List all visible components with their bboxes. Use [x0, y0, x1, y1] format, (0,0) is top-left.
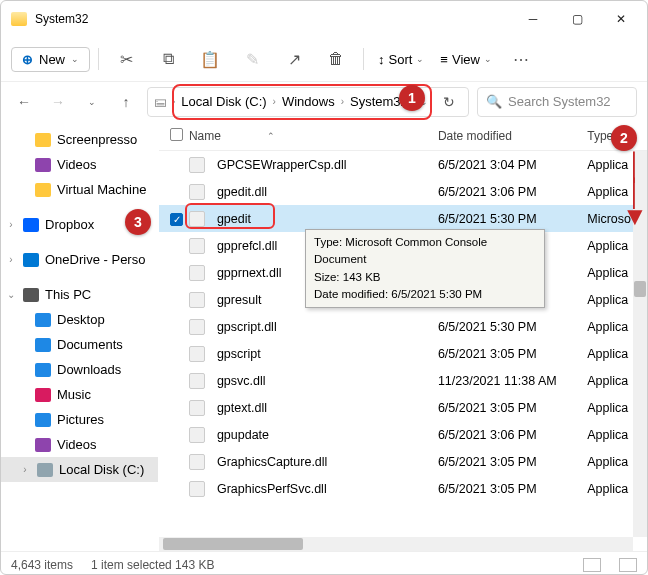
thumbnails-view-icon[interactable] — [619, 558, 637, 572]
file-row[interactable]: gpscript6/5/2021 3:05 PMApplica — [159, 340, 647, 367]
scrollbar-thumb[interactable] — [163, 538, 303, 550]
separator — [98, 48, 99, 70]
sidebar-item[interactable]: ›Local Disk (C:) — [1, 457, 158, 482]
sidebar-label: This PC — [45, 287, 91, 302]
navigation-bar: ← → ⌄ ↑ 🖴 › Local Disk (C:) › Windows › … — [1, 81, 647, 121]
file-row[interactable]: gpupdate6/5/2021 3:06 PMApplica — [159, 421, 647, 448]
toolbar: ⊕ New ⌄ ✂ ⧉ 📋 ✎ ↗ 🗑 ↕ Sort ⌄ ≡ View ⌄ ⋯ — [1, 37, 647, 81]
expand-icon[interactable]: › — [19, 464, 31, 475]
up-button[interactable]: ↑ — [113, 89, 139, 115]
file-row[interactable]: GraphicsPerfSvc.dll6/5/2021 3:05 PMAppli… — [159, 475, 647, 502]
sidebar-item[interactable]: ⌄This PC — [1, 282, 158, 307]
maximize-button[interactable]: ▢ — [555, 4, 599, 34]
share-icon[interactable]: ↗ — [275, 44, 313, 74]
folder-icon — [35, 313, 51, 327]
details-view-icon[interactable] — [583, 558, 601, 572]
minimize-button[interactable]: ─ — [511, 4, 555, 34]
sidebar-item[interactable]: Videos — [1, 152, 158, 177]
file-name: gptext.dll — [217, 401, 267, 415]
sidebar-item[interactable]: Downloads — [1, 357, 158, 382]
checkbox-column[interactable] — [165, 128, 189, 144]
cut-icon[interactable]: ✂ — [107, 44, 145, 74]
file-row[interactable]: GraphicsCapture.dll6/5/2021 3:05 PMAppli… — [159, 448, 647, 475]
new-label: New — [39, 52, 65, 67]
paste-icon[interactable]: 📋 — [191, 44, 229, 74]
forward-button[interactable]: → — [45, 89, 71, 115]
file-name: GPCSEWrapperCsp.dll — [217, 158, 347, 172]
checkbox-icon[interactable]: ✓ — [170, 213, 183, 226]
view-button[interactable]: ≡ View ⌄ — [434, 52, 498, 67]
chevron-right-icon: › — [341, 96, 344, 107]
file-date: 6/5/2021 3:05 PM — [438, 482, 587, 496]
close-button[interactable]: ✕ — [599, 4, 643, 34]
file-icon — [189, 238, 205, 254]
date-column-header[interactable]: Date modified — [438, 129, 587, 143]
file-row[interactable]: gpedit.dll6/5/2021 3:06 PMApplica — [159, 178, 647, 205]
sidebar-item[interactable]: Screenpresso — [1, 127, 158, 152]
file-date: 6/5/2021 3:06 PM — [438, 185, 587, 199]
file-date: 6/5/2021 3:05 PM — [438, 347, 587, 361]
copy-icon[interactable]: ⧉ — [149, 44, 187, 74]
search-box[interactable]: 🔍 Search System32 — [477, 87, 637, 117]
status-bar: 4,643 items 1 item selected 143 KB — [1, 551, 647, 575]
breadcrumb-item[interactable]: Local Disk (C:) — [177, 92, 270, 111]
sort-label: Sort — [389, 52, 413, 67]
sidebar-item[interactable]: Music — [1, 382, 158, 407]
annotation-arrow: ▼ — [622, 201, 648, 232]
file-row[interactable]: gpscript.dll6/5/2021 5:30 PMApplica — [159, 313, 647, 340]
expand-icon[interactable]: › — [5, 254, 17, 265]
folder-icon — [35, 413, 51, 427]
file-date: 6/5/2021 5:30 PM — [438, 320, 587, 334]
file-row[interactable]: ✓gpedit6/5/2021 5:30 PMMicroso — [159, 205, 647, 232]
sidebar-item[interactable]: ›OneDrive - Perso — [1, 247, 158, 272]
sidebar-label: Pictures — [57, 412, 104, 427]
folder-icon — [35, 158, 51, 172]
delete-icon[interactable]: 🗑 — [317, 44, 355, 74]
folder-icon — [35, 133, 51, 147]
sidebar-item[interactable]: Desktop — [1, 307, 158, 332]
sidebar-item[interactable]: Virtual Machine — [1, 177, 158, 202]
folder-icon — [23, 253, 39, 267]
file-date: 6/5/2021 3:04 PM — [438, 158, 587, 172]
sidebar-item[interactable]: Videos — [1, 432, 158, 457]
file-date: 6/5/2021 5:30 PM — [438, 212, 587, 226]
sort-button[interactable]: ↕ Sort ⌄ — [372, 52, 430, 67]
rename-icon[interactable]: ✎ — [233, 44, 271, 74]
horizontal-scrollbar[interactable] — [159, 537, 633, 551]
view-label: View — [452, 52, 480, 67]
expand-icon[interactable]: › — [5, 219, 17, 230]
file-icon — [189, 292, 205, 308]
expand-icon[interactable]: ⌄ — [5, 289, 17, 300]
chevron-down-icon: ⌄ — [71, 54, 79, 64]
item-count: 4,643 items — [11, 558, 73, 572]
sidebar-label: Virtual Machine — [57, 182, 146, 197]
folder-icon — [35, 338, 51, 352]
file-icon — [189, 427, 205, 443]
sidebar-item[interactable]: Pictures — [1, 407, 158, 432]
back-button[interactable]: ← — [11, 89, 37, 115]
file-name: GraphicsPerfSvc.dll — [217, 482, 327, 496]
breadcrumb-item[interactable]: Windows — [278, 92, 339, 111]
name-column-header[interactable]: Name⌃ — [189, 129, 438, 143]
folder-icon — [35, 388, 51, 402]
scrollbar-thumb[interactable] — [634, 281, 646, 297]
new-button[interactable]: ⊕ New ⌄ — [11, 47, 90, 72]
sidebar-item[interactable]: Documents — [1, 332, 158, 357]
history-dropdown[interactable]: ⌄ — [79, 89, 105, 115]
refresh-button[interactable]: ↻ — [436, 89, 462, 115]
file-name: gpprefcl.dll — [217, 239, 277, 253]
file-icon — [189, 319, 205, 335]
file-row[interactable]: gptext.dll6/5/2021 3:05 PMApplica — [159, 394, 647, 421]
column-headers: Name⌃ Date modified Type — [159, 121, 647, 151]
file-icon — [189, 454, 205, 470]
main-content: ScreenpressoVideosVirtual Machine›Dropbo… — [1, 121, 647, 551]
sidebar-label: Downloads — [57, 362, 121, 377]
window-title: System32 — [35, 12, 511, 26]
annotation-callout: 2 — [611, 125, 637, 151]
more-icon[interactable]: ⋯ — [502, 44, 540, 74]
title-bar: System32 ─ ▢ ✕ — [1, 1, 647, 37]
navigation-pane: ScreenpressoVideosVirtual Machine›Dropbo… — [1, 121, 159, 551]
file-date: 6/5/2021 3:05 PM — [438, 455, 587, 469]
file-row[interactable]: gpsvc.dll11/23/2021 11:38 AMApplica — [159, 367, 647, 394]
file-row[interactable]: GPCSEWrapperCsp.dll6/5/2021 3:04 PMAppli… — [159, 151, 647, 178]
